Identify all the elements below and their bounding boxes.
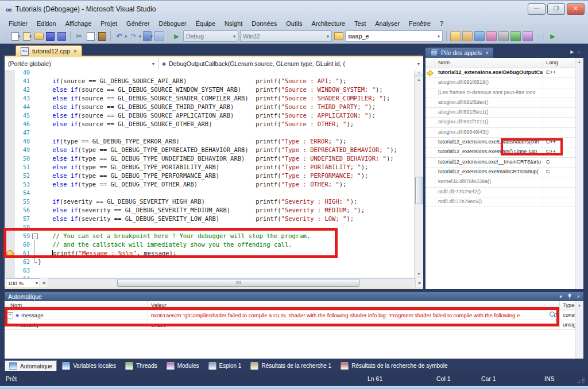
code-text[interactable]: else if(type == GL_DEBUG_TYPE_DEPRECATED… — [38, 146, 397, 154]
code-text[interactable]: else if(source == GL_DEBUG_SOURCE_WINDOW… — [38, 85, 383, 94]
call-stack-row[interactable]: tutorial12_extensions.exe!__tmainCRTStar… — [425, 158, 583, 168]
call-stack-row[interactable]: tutorial12_extensions.exe!LoadShaders(co… — [425, 138, 583, 147]
breakpoint-margin[interactable] — [5, 206, 15, 215]
breakpoint-margin[interactable] — [5, 77, 15, 85]
fold-margin[interactable] — [32, 258, 38, 266]
menu-fen-tre[interactable]: Fenêtre — [405, 19, 435, 28]
code-line-47[interactable]: 47 — [5, 129, 415, 137]
call-stack-row[interactable]: kernel32.dll!76fe339a() — [425, 177, 583, 187]
autos-column-valeur[interactable]: Valeur — [148, 301, 560, 310]
breakpoint-margin[interactable] — [5, 215, 15, 223]
code-text[interactable]: printf("Message : %s\n", message); — [38, 249, 176, 258]
properties-window-icon[interactable] — [462, 31, 473, 41]
fold-margin[interactable] — [32, 189, 38, 197]
code-line-63[interactable]: 63 — [5, 266, 415, 275]
fold-margin[interactable]: − — [32, 232, 38, 240]
code-line-51[interactable]: 51 else if(type == GL_DEBUG_TYPE_PORTABI… — [5, 163, 415, 172]
undo-button[interactable]: ↶ — [114, 32, 124, 41]
menu-outils[interactable]: Outils — [282, 19, 306, 28]
breakpoint-margin[interactable] — [5, 197, 15, 206]
close-button[interactable]: ✕ — [567, 3, 585, 15]
save-button[interactable] — [45, 32, 55, 41]
call-stack-row[interactable]: tutorial12_extensions.exe!DebugOutputCal… — [425, 68, 583, 78]
breakpoint-margin[interactable] — [5, 120, 15, 129]
call-stack-row[interactable]: atioglxx.dll!691f5ec1() — [425, 108, 583, 118]
fold-margin[interactable] — [32, 206, 38, 215]
toolbar-grip[interactable]: ⋮ — [3, 33, 8, 40]
fold-margin[interactable] — [32, 70, 38, 77]
code-line-44[interactable]: 44 else if(source == GL_DEBUG_SOURCE_THI… — [5, 103, 415, 111]
title-bar[interactable]: ∞ Tutorials (Débogage) - Microsoft Visua… — [0, 1, 588, 18]
menu-nsight[interactable]: Nsight — [220, 19, 246, 28]
code-text[interactable]: else if(type == GL_DEBUG_TYPE_OTHER_ARB)… — [38, 180, 346, 189]
breakpoint-margin[interactable] — [5, 249, 15, 258]
code-text[interactable]: else if(type == GL_DEBUG_TYPE_UNDEFINED_… — [38, 154, 394, 163]
resize-grip[interactable]: ⣠⣾ — [577, 377, 586, 383]
undo-dropdown[interactable]: ▾ — [125, 34, 127, 39]
fold-margin[interactable] — [32, 111, 38, 120]
fold-margin[interactable] — [32, 163, 38, 172]
code-line-57[interactable]: 57 else if(severity == GL_DEBUG_SEVERITY… — [5, 215, 415, 223]
breakpoint-margin[interactable] — [5, 232, 15, 240]
code-line-60[interactable]: 60 // and the callstack will immediately… — [5, 240, 415, 249]
fold-margin[interactable] — [32, 94, 38, 103]
code-text[interactable]: } — [38, 258, 41, 266]
code-line-54[interactable]: 54 — [5, 189, 415, 197]
breakpoint-margin[interactable] — [5, 94, 15, 103]
solution-explorer-icon[interactable] — [450, 31, 461, 41]
code-line-61[interactable]: 61 printf("Message : %s\n", message); — [5, 249, 415, 258]
fold-margin[interactable] — [32, 180, 38, 189]
tool-tab-variables-locales[interactable]: Variables locales — [58, 360, 120, 371]
menu-fichier[interactable]: Fichier — [5, 19, 32, 28]
solution-platforms-combo[interactable]: Win32▾ — [240, 30, 332, 42]
code-text[interactable]: // and the callstack will immediately sh… — [38, 240, 292, 249]
breakpoint-margin[interactable] — [5, 70, 15, 77]
fold-margin[interactable] — [32, 85, 38, 94]
code-text[interactable]: if(severity == GL_DEBUG_SEVERITY_HIGH_AR… — [38, 197, 357, 206]
save-all-button[interactable] — [57, 32, 67, 41]
code-text[interactable]: else if(source == GL_DEBUG_SOURCE_APPLIC… — [38, 111, 376, 120]
close-panel-icon[interactable]: × — [577, 294, 580, 300]
fold-margin[interactable] — [32, 266, 38, 275]
editor-horizontal-scrollbar[interactable]: ⦀⦀⦀ — [48, 278, 415, 287]
call-stack-row[interactable]: tutorial12_extensions.exe!mainCRTStartup… — [425, 168, 583, 177]
fold-margin[interactable] — [32, 154, 38, 163]
object-browser-icon[interactable] — [474, 31, 485, 41]
code-line-50[interactable]: 50 else if(type == GL_DEBUG_TYPE_UNDEFIN… — [5, 154, 415, 163]
breakpoint-margin[interactable] — [5, 163, 15, 172]
tool-tab-r-sultats-de-la-recherche-de-symbole[interactable]: Résultats de la recherche de symbole — [336, 360, 451, 371]
autos-title-bar[interactable]: Automatique ▾ × — [5, 292, 583, 301]
fold-margin[interactable] — [32, 223, 38, 232]
menu--[interactable]: ? — [436, 19, 447, 28]
copy-button[interactable] — [86, 32, 95, 41]
fold-margin[interactable] — [32, 249, 38, 258]
magnifier-icon[interactable] — [550, 312, 555, 317]
tool-tab-modules[interactable]: Modules — [163, 360, 203, 371]
scroll-left-icon[interactable]: ◀ — [40, 281, 47, 285]
navigate-forward-button[interactable] — [154, 32, 164, 41]
call-stack-close-icon[interactable]: × — [485, 50, 489, 56]
find-in-files-button[interactable] — [334, 32, 343, 41]
fold-margin[interactable] — [32, 197, 38, 206]
breakpoint-margin[interactable] — [5, 111, 15, 120]
scroll-down-icon[interactable]: ▼ — [415, 271, 423, 278]
start-debugging-button[interactable]: ▶ — [172, 32, 181, 41]
menu-analyser[interactable]: Analyser — [371, 19, 404, 28]
window-position-icon[interactable]: ▶ — [570, 49, 574, 55]
method-dropdown[interactable]: ◆ DebugOutputCallback(GLenum source, GLe… — [158, 57, 423, 70]
toolbox-icon[interactable] — [486, 31, 497, 41]
breakpoint-margin[interactable] — [5, 103, 15, 111]
breakpoint-margin[interactable] — [5, 172, 15, 180]
breakpoint-margin[interactable] — [5, 258, 15, 266]
code-line-43[interactable]: 43 else if(source == GL_DEBUG_SOURCE_SHA… — [5, 94, 415, 103]
code-line-52[interactable]: 52 else if(type == GL_DEBUG_TYPE_PERFORM… — [5, 172, 415, 180]
window-menu-dropdown-icon[interactable]: ▾ — [559, 294, 562, 300]
code-text[interactable]: else if(severity == GL_DEBUG_SEVERITY_ME… — [38, 206, 365, 215]
menu--quipe[interactable]: Équipe — [192, 19, 219, 28]
code-text[interactable]: else if(source == GL_DEBUG_SOURCE_OTHER_… — [38, 120, 354, 129]
menu-architecture[interactable]: Architecture — [307, 19, 349, 28]
code-text[interactable]: else if(source == GL_DEBUG_SOURCE_THIRD_… — [38, 103, 376, 111]
scroll-up-icon[interactable]: ▲ — [415, 76, 423, 83]
tool-tab-r-sultats-de-la-recherche-1[interactable]: Résultats de la recherche 1 — [246, 360, 335, 371]
breakpoint-margin[interactable] — [5, 266, 15, 275]
